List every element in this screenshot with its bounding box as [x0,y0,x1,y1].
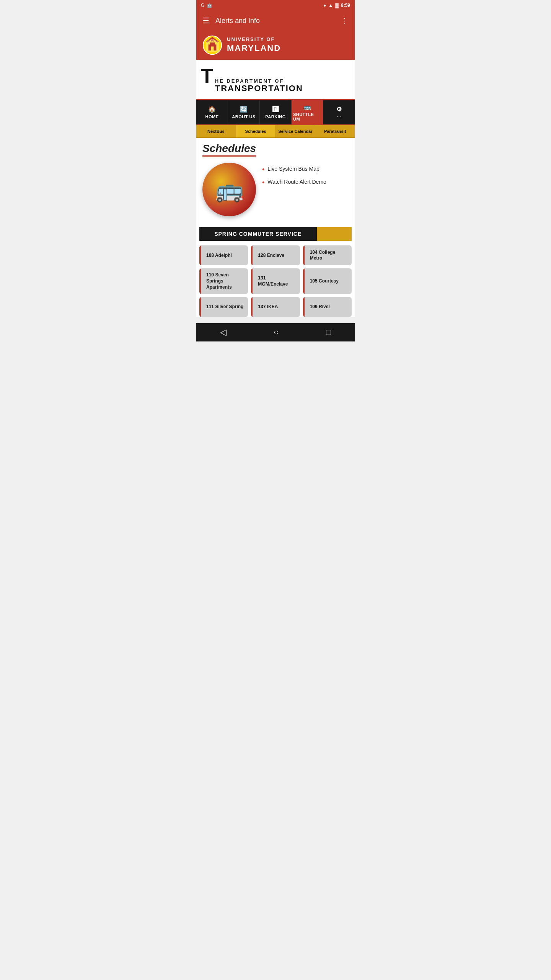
route-128[interactable]: 128 Enclave [251,245,300,265]
dept-banner-text: T HE DEPARTMENT OF TRANSPORTATION [201,66,350,93]
tab-about[interactable]: 🔄 About Us [228,100,260,124]
sub-nav: NextBus Schedules Service Calendar Parat… [196,125,355,138]
route-btn-text: 105 Courtesy [306,278,339,284]
spring-banner-gold [317,227,352,241]
route-btn-text: 110 Seven Springs Apartments [202,272,245,290]
dept-row1: HE DEPARTMENT OF [215,78,303,84]
route-108[interactable]: 108 Adelphi [199,245,248,265]
umd-logo [202,35,222,55]
route-number: 105 [310,278,318,284]
paratransit-label: Paratransit [324,129,346,134]
home-button[interactable]: ○ [266,324,286,340]
route-btn-text: 111 Silver Spring [202,304,243,310]
tab-shuttle[interactable]: 🚌 Shuttle UM [292,100,323,124]
nextbus-label: NextBus [207,129,225,134]
tab-parking[interactable]: 🅿 Parking [260,100,292,124]
route-number: 128 [258,253,266,258]
route-btn-text: 131 MGM/Enclave [254,275,297,287]
route-131[interactable]: 131 MGM/Enclave [251,268,300,294]
bullet-icon: • [262,166,264,174]
home-icon: 🏠 [208,106,216,113]
route-number: 111 [206,304,214,309]
schedules-label: Schedules [245,129,266,134]
wifi-icon: ▲ [328,3,333,8]
tab-about-label: About Us [232,114,255,119]
about-icon: 🔄 [240,106,248,113]
route-name: Enclave [267,253,284,258]
route-105[interactable]: 105 Courtesy [303,268,352,294]
route-number: 108 [206,253,214,258]
route-btn-text: 128 Enclave [254,253,284,259]
parking-icon: 🅿 [272,106,279,113]
route-btn-text: 137 IKEA [254,304,278,310]
shuttle-icon: 🚌 [303,103,311,111]
spring-banner-main: SPRING COMMUTER SERVICE [199,227,317,241]
route-stripe [251,268,253,294]
menu-icon[interactable]: ☰ [202,16,209,25]
tab-parking-label: Parking [265,114,285,119]
tab-home[interactable]: 🏠 Home [196,100,228,124]
status-bar-left: G 🤖 [201,3,212,8]
route-btn-text: 109 River [306,304,330,310]
route-stripe [199,268,201,294]
android-icon: 🤖 [207,3,212,8]
route-btn-text: 104 College Metro [306,250,349,261]
maryland-text: MARYLAND [227,43,281,54]
tab-shuttle-label: Shuttle UM [293,112,321,121]
schedules-title: Schedules [202,142,256,157]
umd-text: UNIVERSITY OF MARYLAND [227,36,281,54]
schedules-body: 🚌 • Live System Bus Map • Watch Route Al… [196,158,355,221]
status-bar: G 🤖 ● ▲ ▓ 8:59 [196,0,355,11]
sub-nav-service-calendar[interactable]: Service Calendar [276,125,316,137]
google-icon: G [201,3,204,8]
route-number: 131 [258,275,266,281]
route-name: River [319,304,330,309]
bus-icon: 🚌 [215,176,244,203]
back-button[interactable]: ◁ [212,324,234,340]
routes-grid: 108 Adelphi 128 Enclave 104 College Metr… [196,245,355,317]
bottom-nav: ◁ ○ □ [196,323,355,341]
route-number: 109 [310,304,318,309]
route-number: 137 [258,304,266,309]
settings-icon: ⚙ [336,106,342,113]
route-name: MGM/Enclave [258,281,288,287]
route-stripe [251,245,253,265]
sub-nav-nextbus[interactable]: NextBus [196,125,236,137]
sub-nav-paratransit[interactable]: Paratransit [315,125,355,137]
spring-banner: SPRING COMMUTER SERVICE [199,227,352,241]
route-104[interactable]: 104 College Metro [303,245,352,265]
live-bus-map-link[interactable]: • Live System Bus Map [262,166,326,174]
live-bus-map-label: Live System Bus Map [267,166,319,172]
route-110[interactable]: 110 Seven Springs Apartments [199,268,248,294]
dept-sub-text: HE DEPARTMENT OF TRANSPORTATION [215,78,303,93]
app-toolbar: ☰ Alerts and Info ⋮ [196,11,355,31]
route-name: Courtesy [319,278,339,284]
time-display: 8:59 [341,3,350,8]
route-number: 104 [310,250,318,255]
status-bar-right: ● ▲ ▓ 8:59 [323,3,350,8]
more-options-icon[interactable]: ⋮ [341,16,349,25]
dept-banner: T HE DEPARTMENT OF TRANSPORTATION [196,60,355,100]
app-title: Alerts and Info [209,17,341,25]
spring-banner-text: SPRING COMMUTER SERVICE [214,231,302,237]
schedules-links: • Live System Bus Map • Watch Route Aler… [262,163,326,194]
route-stripe [303,245,305,265]
route-btn-text: 108 Adelphi [202,253,232,259]
svg-rect-3 [210,42,215,46]
route-name: Adelphi [215,253,232,258]
route-111[interactable]: 111 Silver Spring [199,297,248,317]
nav-tabs: 🏠 Home 🔄 About Us 🅿 Parking 🚌 Shuttle UM… [196,100,355,125]
web-content: UNIVERSITY OF MARYLAND T HE DEPARTMENT O… [196,31,355,317]
route-109[interactable]: 109 River [303,297,352,317]
tab-home-label: Home [205,114,219,119]
route-number: 110 [206,272,214,278]
route-stripe [199,297,201,317]
tab-more[interactable]: ⚙ ··· [323,100,355,124]
route-alert-link[interactable]: • Watch Route Alert Demo [262,179,326,187]
schedules-section: Schedules 🚌 • Live System Bus Map • Watc… [196,138,355,221]
service-calendar-label: Service Calendar [278,129,312,134]
university-of-text: UNIVERSITY OF [227,36,275,42]
sub-nav-schedules[interactable]: Schedules [236,125,276,137]
recents-button[interactable]: □ [318,324,339,340]
route-137[interactable]: 137 IKEA [251,297,300,317]
